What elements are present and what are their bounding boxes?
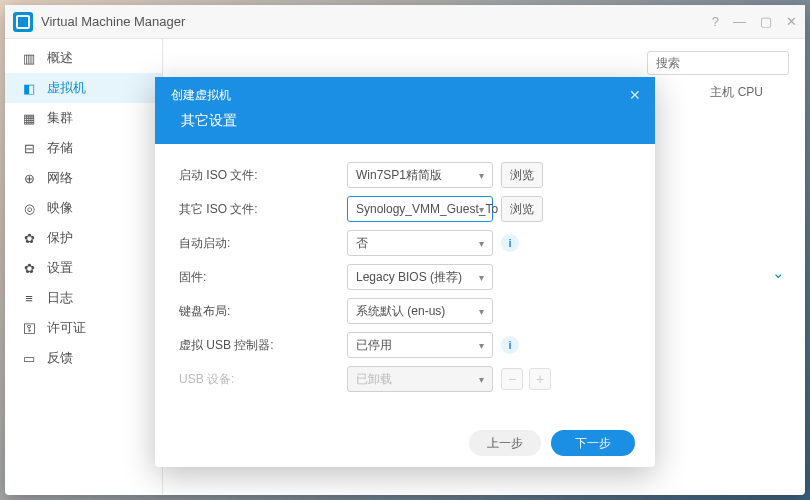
info-icon[interactable]: i — [501, 234, 519, 252]
app-window: Virtual Machine Manager ? — ▢ ✕ ▥概述 ◧虚拟机… — [5, 5, 805, 495]
row-boot-iso: 启动 ISO 文件: Win7SP1精简版 浏览 — [179, 162, 631, 188]
titlebar: Virtual Machine Manager ? — ▢ ✕ — [5, 5, 805, 39]
label-usb-controller: 虚拟 USB 控制器: — [179, 337, 347, 354]
row-usb-device: USB 设备: 已卸载 − + — [179, 366, 631, 392]
select-value: 已停用 — [356, 337, 392, 354]
close-icon[interactable]: ✕ — [786, 14, 797, 29]
info-icon[interactable]: i — [501, 336, 519, 354]
row-other-iso: 其它 ISO 文件: Synology_VMM_Guest_To 浏览 — [179, 196, 631, 222]
select-value: Win7SP1精简版 — [356, 167, 442, 184]
usb-device-buttons: − + — [501, 368, 551, 390]
app-icon — [13, 12, 33, 32]
minimize-icon[interactable]: — — [733, 14, 746, 29]
row-keyboard: 键盘布局: 系统默认 (en-us) — [179, 298, 631, 324]
modal-backdrop: 创建虚拟机 其它设置 ✕ 启动 ISO 文件: Win7SP1精简版 浏览 其它… — [5, 39, 805, 495]
select-value: 否 — [356, 235, 368, 252]
add-usb-button: + — [529, 368, 551, 390]
select-value: 已卸载 — [356, 371, 392, 388]
modal-title: 创建虚拟机 — [171, 87, 639, 104]
maximize-icon[interactable]: ▢ — [760, 14, 772, 29]
row-firmware: 固件: Legacy BIOS (推荐) — [179, 264, 631, 290]
row-usb-controller: 虚拟 USB 控制器: 已停用 i — [179, 332, 631, 358]
next-button[interactable]: 下一步 — [551, 430, 635, 456]
label-firmware: 固件: — [179, 269, 347, 286]
help-icon[interactable]: ? — [712, 14, 719, 29]
select-value: Synology_VMM_Guest_To — [356, 202, 498, 216]
browse-boot-iso-button[interactable]: 浏览 — [501, 162, 543, 188]
modal-subtitle: 其它设置 — [171, 112, 639, 130]
row-autostart: 自动启动: 否 i — [179, 230, 631, 256]
select-usb-controller[interactable]: 已停用 — [347, 332, 493, 358]
select-firmware[interactable]: Legacy BIOS (推荐) — [347, 264, 493, 290]
modal-close-icon[interactable]: ✕ — [629, 87, 641, 103]
prev-button[interactable]: 上一步 — [469, 430, 541, 456]
select-value: 系统默认 (en-us) — [356, 303, 445, 320]
select-other-iso[interactable]: Synology_VMM_Guest_To — [347, 196, 493, 222]
label-keyboard: 键盘布局: — [179, 303, 347, 320]
remove-usb-button: − — [501, 368, 523, 390]
select-boot-iso[interactable]: Win7SP1精简版 — [347, 162, 493, 188]
modal-header: 创建虚拟机 其它设置 ✕ — [155, 77, 655, 144]
label-other-iso: 其它 ISO 文件: — [179, 201, 347, 218]
window-title: Virtual Machine Manager — [41, 14, 712, 29]
create-vm-modal: 创建虚拟机 其它设置 ✕ 启动 ISO 文件: Win7SP1精简版 浏览 其它… — [155, 77, 655, 467]
modal-footer: 上一步 下一步 — [155, 418, 655, 472]
label-boot-iso: 启动 ISO 文件: — [179, 167, 347, 184]
select-autostart[interactable]: 否 — [347, 230, 493, 256]
modal-body: 启动 ISO 文件: Win7SP1精简版 浏览 其它 ISO 文件: Syno… — [155, 144, 655, 418]
label-autostart: 自动启动: — [179, 235, 347, 252]
browse-other-iso-button[interactable]: 浏览 — [501, 196, 543, 222]
window-controls: ? — ▢ ✕ — [712, 14, 797, 29]
select-usb-device: 已卸载 — [347, 366, 493, 392]
main-area: ▥概述 ◧虚拟机 ▦集群 ⊟存储 ⊕网络 ◎映像 ✿保护 ✿设置 ≡日志 ⚿许可… — [5, 39, 805, 495]
select-value: Legacy BIOS (推荐) — [356, 269, 462, 286]
select-keyboard[interactable]: 系统默认 (en-us) — [347, 298, 493, 324]
label-usb-device: USB 设备: — [179, 371, 347, 388]
